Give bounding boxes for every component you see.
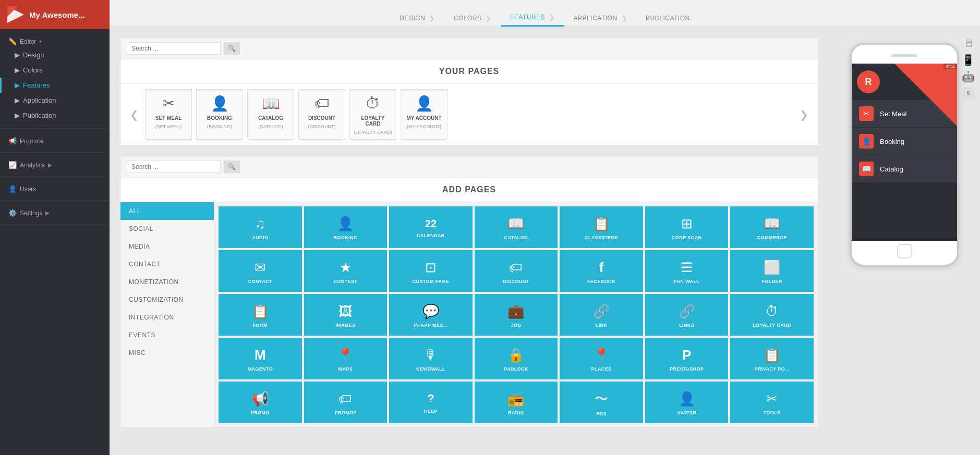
catalog-add-label: CATALOG (504, 235, 528, 240)
settings-title[interactable]: ⚙️ Settings ▶ (0, 206, 110, 219)
loyalty-card-name: LOYALTY CARD (353, 115, 393, 127)
add-page-facebook[interactable]: f FACEBOOK (560, 250, 643, 292)
add-page-link[interactable]: 🔗 LINK (560, 294, 643, 336)
sidebar-item-colors[interactable]: ▶ Colors (0, 63, 110, 78)
sidebar-item-features[interactable]: ▶ Features (0, 78, 110, 93)
add-page-promo[interactable]: 📢 PROMO (219, 382, 302, 423)
add-page-prestashop[interactable]: P PRESTASHOP (645, 338, 729, 379)
contact-label: CONTACT (248, 279, 272, 284)
add-page-tools[interactable]: ✂ TOOLS (730, 382, 814, 423)
add-page-privacy-po[interactable]: 📋 PRIVACY PO... (730, 338, 814, 379)
sidebar-item-design[interactable]: ▶ Design (0, 47, 110, 63)
folder-label: FOLDER (762, 279, 782, 284)
add-page-images[interactable]: 🖼 IMAGES (304, 294, 388, 336)
add-page-fan-wall[interactable]: ☰ FAN WALL (645, 250, 729, 292)
promo2-label: PROMO2 (335, 410, 356, 415)
add-page-magento[interactable]: M MAGENTO (219, 338, 302, 379)
phone-home-button[interactable] (897, 244, 912, 259)
category-social[interactable]: SOCIAL (120, 220, 214, 238)
add-page-links[interactable]: 🔗 LINKS (645, 294, 729, 336)
add-pages-title: ADD PAGES (120, 178, 818, 202)
add-page-maps[interactable]: 📍 MAPS (304, 338, 388, 379)
add-page-radio[interactable]: 📻 RADIO (475, 382, 558, 423)
analytics-section: 📈 Analytics ▶ (0, 153, 110, 177)
fan-wall-label: FAN WALL (674, 279, 699, 284)
editor-section-title[interactable]: ✏️ Editor ▾ (0, 34, 110, 47)
add-pages-search-input[interactable] (127, 161, 221, 173)
promote-title[interactable]: 📢 Promote (0, 134, 110, 147)
breadcrumb: DESIGN ❯ COLORS ❯ FEATURES ❯ APPLICATION… (390, 9, 699, 27)
page-card-booking[interactable]: 👤 BOOKING (BOOKING) (196, 89, 243, 140)
category-customization[interactable]: CUSTOMIZATION (120, 291, 214, 309)
add-page-contest[interactable]: ★ CONTEST (304, 250, 388, 292)
add-page-padlock[interactable]: 🔒 PADLOCK (475, 338, 558, 379)
sidebar: My Awesome... ✏️ Editor ▾ ▶ Design ▶ Col… (0, 0, 110, 455)
catalog-name: CATALOG (258, 115, 283, 121)
carousel-next-button[interactable]: ❯ (795, 108, 813, 121)
application-arrow: ▶ (15, 96, 20, 104)
discount-add-icon: 🏷 (509, 260, 523, 276)
page-card-discount[interactable]: 🏷 DISCOUNT (DISCOUNT) (298, 89, 345, 140)
contact-icon: ✉ (255, 260, 266, 276)
discount-icon: 🏷 (314, 95, 329, 112)
apple-desktop-icon[interactable]: 🖥 (963, 38, 974, 50)
add-page-folder[interactable]: ⬜ FOLDER (730, 250, 814, 292)
add-page-avatar[interactable]: 👤 AVATAR (645, 382, 729, 423)
add-page-newswall[interactable]: 🎙 NEWSWALL (389, 338, 473, 379)
sidebar-item-publication[interactable]: ▶ Publication (0, 108, 110, 123)
category-events[interactable]: EVENTS (120, 326, 214, 344)
add-page-places[interactable]: 📍 PLACES (560, 338, 643, 379)
add-page-form[interactable]: 📋 FORM (219, 294, 302, 336)
breadcrumb-colors[interactable]: COLORS ❯ (444, 10, 501, 26)
sidebar-item-application[interactable]: ▶ Application (0, 93, 110, 108)
add-page-commerce[interactable]: 📖 COMMERCE (730, 206, 814, 248)
category-misc[interactable]: MISC (120, 344, 214, 362)
page-card-loyalty-card[interactable]: ⏱ LOYALTY CARD (LOYALTY CARD) (349, 89, 396, 140)
your-pages-search-input[interactable] (127, 42, 221, 55)
tools-label: TOOLS (764, 410, 781, 415)
add-pages-search-button[interactable]: 🔍 (224, 161, 240, 173)
custom-page-label: CUSTOM PAGE (413, 279, 450, 284)
apple-mobile-icon[interactable]: 📱 (962, 54, 975, 66)
editor-chevron: ▾ (39, 39, 42, 44)
editor-label: Editor (20, 38, 36, 45)
analytics-label: Analytics (20, 162, 45, 169)
category-media[interactable]: MEDIA (120, 238, 214, 255)
page-card-catalog[interactable]: 📖 CATALOG (CATALOG) (247, 89, 294, 140)
add-page-help[interactable]: ? HELP (389, 382, 473, 423)
breadcrumb-design[interactable]: DESIGN ❯ (390, 10, 444, 26)
breadcrumb-application[interactable]: APPLICATION ❯ (564, 10, 636, 26)
add-page-contact[interactable]: ✉ CONTACT (219, 250, 302, 292)
add-page-audio[interactable]: ♫ AUDIO (219, 206, 302, 248)
form-icon: 📋 (252, 303, 269, 319)
add-page-classifieds[interactable]: 📋 CLASSIFIEDS (560, 206, 643, 248)
your-pages-search-button[interactable]: 🔍 (224, 42, 240, 55)
add-page-in-app-mes[interactable]: 💬 IN-APP MES... (389, 294, 473, 336)
add-page-discount[interactable]: 🏷 DISCOUNT (475, 250, 558, 292)
add-page-job[interactable]: 💼 JOB (475, 294, 558, 336)
users-title[interactable]: 👤 Users (0, 182, 110, 195)
link-icon: 🔗 (593, 303, 610, 319)
category-integration[interactable]: INTEGRATION (120, 309, 214, 326)
add-page-rss[interactable]: 〜 RSS (560, 382, 643, 423)
category-monetization[interactable]: MONETIZATION (120, 273, 214, 291)
android-icon[interactable]: 🤖 (962, 70, 975, 83)
carousel-prev-button[interactable]: ❮ (126, 108, 143, 121)
add-page-custom-page[interactable]: ⊡ CUSTOM PAGE (389, 250, 473, 292)
publication-arrow: ▶ (15, 112, 20, 119)
html5-icon[interactable]: 5 (962, 87, 975, 100)
add-page-calendar[interactable]: 22 CALENDAR (389, 206, 473, 248)
add-page-booking[interactable]: 👤 BOOKING (304, 206, 388, 248)
add-page-code-scan[interactable]: ⊞ CODE SCAN (645, 206, 729, 248)
page-card-my-account[interactable]: 👤 MY ACCOUNT (MY ACCOUNT) (401, 89, 447, 140)
breadcrumb-publication[interactable]: PUBLICATION (636, 10, 699, 26)
breadcrumb-features[interactable]: FEATURES ❯ (501, 9, 564, 27)
add-page-loyalty-card[interactable]: ⏱ LOYALTY CARD (730, 294, 814, 336)
add-page-promo2[interactable]: 🏷 PROMO2 (304, 382, 388, 423)
category-contact[interactable]: CONTACT (120, 255, 214, 273)
page-card-set-meal[interactable]: ✂ SET MEAL (SET MEAL) (145, 89, 192, 140)
phone-booking-label: Booking (880, 138, 904, 145)
add-page-catalog[interactable]: 📖 CATALOG (475, 206, 558, 248)
analytics-title[interactable]: 📈 Analytics ▶ (0, 158, 110, 171)
category-all[interactable]: ALL (120, 202, 214, 220)
